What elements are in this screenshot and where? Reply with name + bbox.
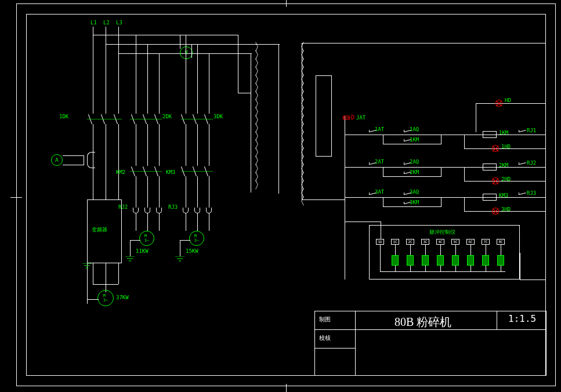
label-3dk: 3DK [213, 114, 223, 119]
drop-3dk-b [197, 44, 198, 114]
label-2aq: 2AQ [410, 159, 419, 165]
m2-gnd-v [130, 240, 131, 256]
bus-1dk-b-down [106, 124, 106, 199]
row1-aux-l [383, 135, 383, 144]
tap1 [93, 35, 238, 35]
switch-2dk-link [130, 119, 162, 119]
hd-wire [476, 103, 545, 104]
label-2dk: 2DK [162, 114, 172, 119]
pulse-valve-3 [422, 255, 429, 266]
rj3-b-down [197, 176, 198, 208]
pulse-term-3: 3C [421, 239, 429, 245]
pt-v5 [455, 245, 456, 255]
pt-v2 [410, 245, 411, 255]
pulse-in-a [381, 222, 381, 239]
pulse-valve-6 [467, 255, 474, 266]
sec-top-bus [302, 43, 545, 43]
ct-lead-bot [63, 165, 84, 165]
m1-gnd-h [87, 299, 99, 300]
switch-1dk-link [87, 119, 122, 119]
label-1km-aux: 1KM [410, 137, 419, 143]
row1-aux-r [441, 135, 441, 144]
bus-2dk-b-down [147, 124, 148, 166]
pulse-return [380, 271, 505, 272]
label-km3: KM3 [166, 169, 175, 175]
ct-lead-v [84, 155, 84, 165]
xfmr-p1 [238, 35, 238, 93]
center-mark-bottom [286, 384, 287, 392]
rj3-heater-a [183, 208, 189, 213]
pr-v8 [501, 266, 501, 272]
switch-3dk-link [181, 119, 213, 119]
label-l2: L2 [103, 20, 110, 26]
ctrl-left-bus [345, 116, 345, 280]
rj3-heater-c [206, 208, 212, 213]
drop-3dk-c [209, 53, 209, 114]
pulse-valve-5 [452, 255, 459, 266]
pr-v4 [440, 266, 441, 272]
pr-v3 [425, 266, 426, 272]
label-rj1: RJ1 [527, 128, 536, 133]
rj3-c-down [209, 176, 209, 208]
pr-v1 [395, 266, 396, 272]
center-mark-left [10, 197, 22, 198]
tb-col1 [355, 311, 356, 376]
ground-icon-m2 [125, 256, 135, 263]
row2-aux-l [383, 167, 383, 177]
sec-bot-bus [302, 199, 345, 200]
label-1dk: 1DK [59, 114, 68, 119]
m3-gnd-h [180, 240, 190, 241]
m1-b [106, 263, 106, 284]
label-pulse-controller: 脉冲控制仪 [429, 228, 455, 236]
rj3-heater-b [194, 208, 200, 213]
row2-aux-wire [383, 176, 441, 177]
label-km3-coil: KM3 [499, 193, 508, 198]
tap2 [106, 44, 280, 45]
contact-rj1 [519, 130, 527, 136]
lamp-1hd [492, 145, 499, 152]
pt-v0 [380, 245, 381, 255]
pr-v0 [380, 255, 381, 272]
label-rj2-ctrl: RJ2 [527, 160, 536, 166]
pulse-term-5: 5C [451, 239, 459, 245]
label-1at: 1AT [375, 126, 384, 132]
rj2-b-down [147, 176, 148, 208]
bus-l3 [118, 27, 119, 114]
pulse-term-7: 7C [482, 239, 490, 245]
label-jat: JAT [356, 115, 365, 121]
pt-v3 [425, 245, 426, 255]
pt-v1 [395, 245, 396, 255]
rj2-a-down [136, 176, 136, 208]
row3-aux-r [441, 197, 441, 207]
pr-v2 [410, 266, 411, 272]
row2-aux-r [441, 167, 441, 177]
row1-aux-wire [383, 144, 441, 144]
coil-2km [483, 164, 497, 170]
pt-v7 [486, 245, 486, 255]
drop-vm-b [191, 44, 192, 58]
pulse-term-8: 8C [497, 239, 505, 245]
label-1hd: 1HD [501, 144, 511, 150]
rj2-heater-c [156, 208, 162, 213]
bus-2dk-a-down [136, 124, 136, 166]
ground-icon-m3 [175, 256, 184, 263]
label-vfd: 变频器 [92, 226, 107, 234]
voltmeter: V [180, 46, 193, 59]
km2-link [130, 171, 162, 172]
m3-c [209, 213, 209, 231]
label-2at: 2AT [375, 159, 384, 165]
secondary-block [316, 75, 332, 157]
row2-hd-drop [464, 167, 465, 182]
m3-a [186, 213, 186, 231]
transformer-primary-coil: 〉〉〉〉〉〉〉〉〉〉〉〉〉〉〉〉〉〉 [254, 43, 263, 189]
label-2km-coil: 2KM [499, 162, 508, 168]
m2-a [136, 213, 136, 231]
rj2-c-down [159, 176, 160, 208]
bus-l1 [93, 27, 93, 114]
drawing-scale: 1:1.5 [508, 313, 536, 324]
m1-c [118, 263, 119, 284]
label-hd: HD [505, 97, 511, 103]
label-3hd: 3HD [501, 206, 511, 212]
pt-v4 [440, 245, 441, 255]
ctrl-right-bus [545, 43, 546, 280]
